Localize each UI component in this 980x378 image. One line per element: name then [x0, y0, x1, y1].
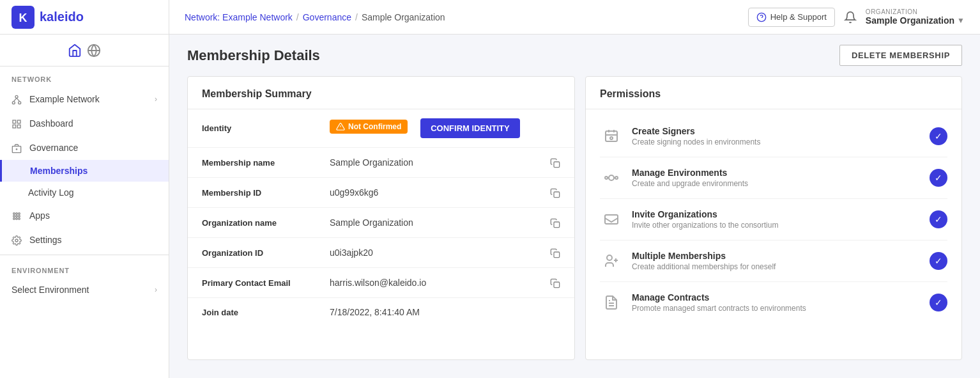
- summary-row-email: Primary Contact Email harris.wilson@kale…: [188, 268, 574, 298]
- sidebar-item-memberships[interactable]: Memberships: [0, 160, 169, 182]
- network-icon: [11, 93, 22, 105]
- org-name-row: Sample Organization ▼: [866, 15, 965, 26]
- logo-area: K kaleido: [0, 0, 169, 35]
- org-name: Sample Organization: [866, 15, 954, 26]
- breadcrumb-sep1: /: [296, 12, 299, 22]
- manage-contracts-text: Manage Contracts Promote managed smart c…: [632, 292, 921, 313]
- svg-point-37: [609, 175, 614, 180]
- summary-row-identity: Identity Not Confirmed CONFIRM IDENTITY: [188, 109, 574, 148]
- notification-button[interactable]: [844, 10, 857, 24]
- invite-orgs-title: Invite Organizations: [632, 209, 921, 219]
- svg-point-39: [615, 177, 618, 179]
- membership-name-label: Membership name: [202, 158, 330, 168]
- help-support-button[interactable]: Help & Support: [748, 8, 835, 27]
- sidebar: K kaleido NETWORK Example Network: [0, 0, 169, 378]
- sidebar-item-settings[interactable]: Settings: [0, 228, 169, 252]
- permissions-card-header: Permissions: [586, 77, 961, 109]
- svg-rect-32: [554, 222, 560, 228]
- breadcrumb-sep2: /: [355, 12, 358, 22]
- content-area: Membership Summary Identity Not Confirme…: [169, 76, 980, 378]
- select-environment-label: Select Environment: [11, 285, 89, 295]
- sidebar-item-dashboard[interactable]: Dashboard: [0, 111, 169, 136]
- main-area: Network: Example Network / Governance / …: [169, 0, 980, 378]
- sidebar-item-apps[interactable]: Apps: [0, 203, 169, 228]
- create-signers-desc: Create signing nodes in environments: [632, 138, 921, 146]
- not-confirmed-text: Not Confirmed: [348, 122, 401, 131]
- email-copy-button[interactable]: [550, 277, 560, 288]
- membership-id-copy-button[interactable]: [550, 187, 560, 198]
- org-id-copy-button[interactable]: [550, 247, 560, 258]
- membership-id-label: Membership ID: [202, 188, 330, 198]
- sidebar-item-activity-log[interactable]: Activity Log: [0, 182, 169, 203]
- multiple-memberships-icon: [600, 249, 623, 272]
- delete-membership-button[interactable]: DELETE MEMBERSHIP: [839, 45, 962, 66]
- kaleido-logo-icon: K: [11, 6, 34, 29]
- summary-card-header: Membership Summary: [188, 77, 574, 109]
- manage-environments-check: ✓: [930, 169, 947, 187]
- network-chevron: ›: [155, 95, 157, 104]
- svg-rect-12: [17, 125, 20, 128]
- topbar: Network: Example Network / Governance / …: [169, 0, 980, 35]
- permissions-card: Permissions Create Signers Create signin…: [585, 76, 962, 360]
- summary-row-membership-name: Membership name Sample Organization: [188, 148, 574, 178]
- home-button[interactable]: [68, 43, 82, 58]
- perm-item-create-signers: Create Signers Create signing nodes in e…: [600, 116, 947, 157]
- org-name-label: Organization name: [202, 218, 330, 228]
- join-date-label: Join date: [202, 308, 330, 317]
- membership-name-value: Sample Organization: [330, 157, 545, 168]
- confirm-identity-button[interactable]: CONFIRM IDENTITY: [420, 118, 520, 138]
- svg-rect-34: [554, 282, 560, 288]
- main-content: Membership Details DELETE MEMBERSHIP Mem…: [169, 35, 980, 378]
- breadcrumb-network[interactable]: Network: Example Network: [185, 12, 293, 22]
- org-id-value: u0i3ajpk20: [330, 248, 545, 258]
- sidebar-item-governance[interactable]: Governance: [0, 136, 169, 160]
- global-nav-icon-area: [0, 35, 169, 67]
- join-date-value: 7/18/2022, 8:41:40 AM: [330, 307, 560, 317]
- membership-name-copy-button[interactable]: [550, 157, 560, 168]
- svg-point-18: [19, 212, 20, 214]
- svg-line-8: [17, 98, 20, 101]
- multiple-memberships-check: ✓: [930, 252, 947, 270]
- svg-rect-9: [13, 120, 16, 123]
- settings-icon: [11, 234, 22, 246]
- logo-text: kaleido: [40, 10, 84, 24]
- svg-point-17: [16, 212, 18, 214]
- dashboard-label: Dashboard: [29, 118, 73, 129]
- svg-line-7: [13, 98, 17, 101]
- multiple-memberships-desc: Create additional memberships for onesel…: [632, 262, 921, 271]
- svg-point-19: [13, 215, 15, 217]
- help-support-label: Help & Support: [770, 12, 827, 22]
- environment-section-label: ENVIRONMENT: [0, 258, 169, 278]
- apps-label: Apps: [29, 210, 50, 221]
- org-selector[interactable]: ORGANIZATION Sample Organization ▼: [866, 8, 965, 26]
- org-id-label: Organization ID: [202, 248, 330, 258]
- summary-row-membership-id: Membership ID u0g99x6kg6: [188, 178, 574, 208]
- globe-button[interactable]: [87, 43, 101, 58]
- invite-orgs-desc: Invite other organizations to the consor…: [632, 221, 921, 230]
- not-confirmed-badge: Not Confirmed: [330, 120, 408, 134]
- perm-item-multiple-memberships: Multiple Memberships Create additional m…: [600, 240, 947, 282]
- create-signers-title: Create Signers: [632, 126, 921, 136]
- breadcrumb-org: Sample Organization: [362, 12, 445, 22]
- invite-orgs-icon: [600, 208, 623, 231]
- svg-point-38: [605, 177, 608, 179]
- org-name-copy-button[interactable]: [550, 217, 560, 228]
- governance-icon: [11, 142, 22, 154]
- perm-item-manage-environments: Manage Environments Create and upgrade e…: [600, 157, 947, 199]
- manage-contracts-desc: Promote managed smart contracts to envir…: [632, 304, 921, 313]
- multiple-memberships-title: Multiple Memberships: [632, 251, 921, 261]
- org-section-label: ORGANIZATION: [866, 8, 965, 15]
- breadcrumb-governance[interactable]: Governance: [303, 12, 351, 22]
- identity-label: Identity: [202, 123, 330, 133]
- summary-row-org-name: Organization name Sample Organization: [188, 208, 574, 238]
- memberships-label: Memberships: [30, 166, 88, 176]
- svg-rect-30: [554, 162, 560, 168]
- sidebar-item-select-environment[interactable]: Select Environment ›: [0, 278, 169, 301]
- page-title: Membership Details: [187, 47, 839, 64]
- create-signers-check: ✓: [930, 127, 947, 145]
- settings-label: Settings: [29, 235, 62, 245]
- sidebar-item-example-network[interactable]: Example Network ›: [0, 87, 169, 111]
- activity-log-label: Activity Log: [28, 187, 74, 198]
- svg-point-25: [15, 239, 18, 242]
- invite-orgs-check: ✓: [930, 210, 947, 228]
